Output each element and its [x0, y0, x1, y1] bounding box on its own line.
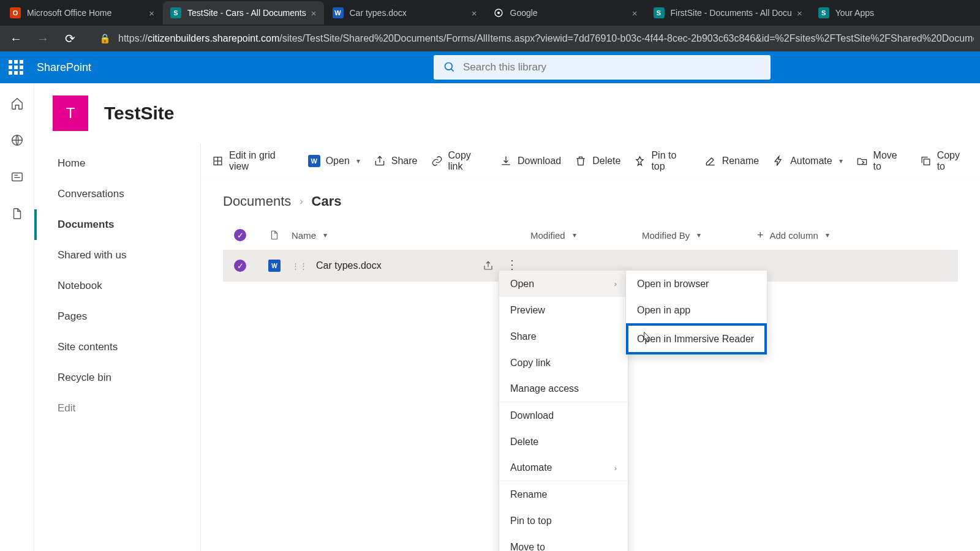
open-submenu: Open in browser Open in app Open in Imme… [625, 270, 767, 355]
search-input[interactable] [463, 61, 761, 73]
close-icon[interactable]: × [149, 8, 154, 18]
nav-pages[interactable]: Pages [34, 301, 200, 332]
rename-button[interactable]: Rename [704, 155, 759, 167]
browser-tab[interactable]: S TestSite - Cars - All Documents × [163, 1, 324, 24]
copy-link-button[interactable]: Copy link [431, 150, 487, 172]
command-bar: Edit in grid view W Open▾ Share Copy lin… [201, 143, 980, 179]
open-button[interactable]: W Open▾ [308, 155, 360, 167]
chevron-right-icon: › [300, 196, 303, 207]
ctx-rename[interactable]: Rename [499, 481, 628, 508]
word-file-icon: W [268, 260, 281, 272]
file-name[interactable]: Car types.docx [316, 260, 382, 271]
news-icon[interactable] [10, 170, 24, 184]
breadcrumb-root[interactable]: Documents [223, 193, 291, 209]
browser-tab[interactable]: W Car types.docx × [325, 1, 484, 24]
column-name[interactable]: Name▾ [292, 230, 530, 241]
ctx-download[interactable]: Download [499, 402, 628, 429]
browser-tab[interactable]: O Microsoft Office Home × [2, 1, 162, 24]
browser-tab[interactable]: S Your Apps [811, 1, 921, 24]
tab-title: FirstSite - Documents - All Docu [671, 8, 792, 18]
chevron-down-icon: ▾ [826, 231, 829, 239]
copy-to-button[interactable]: Copy to [920, 150, 969, 172]
sub-open-immersive-reader[interactable]: Open in Immersive Reader [626, 323, 767, 354]
sharepoint-icon: S [818, 7, 829, 18]
browser-tab[interactable]: S FirstSite - Documents - All Docu × [646, 1, 810, 24]
ctx-copy-link[interactable]: Copy link [499, 350, 628, 376]
svg-rect-5 [12, 173, 22, 181]
nav-conversations[interactable]: Conversations [34, 179, 200, 209]
chevron-down-icon: ▾ [356, 157, 360, 165]
download-button[interactable]: Download [500, 155, 561, 167]
move-icon [856, 155, 868, 167]
close-icon[interactable]: × [311, 8, 317, 18]
ctx-delete[interactable]: Delete [499, 429, 628, 455]
site-title[interactable]: TestSite [104, 103, 174, 124]
ctx-preview[interactable]: Preview [499, 297, 628, 323]
search-box[interactable] [434, 55, 771, 80]
nav-site-contents[interactable]: Site contents [34, 332, 200, 362]
pin-button[interactable]: Pin to top [634, 150, 690, 172]
copy-icon [920, 155, 932, 167]
share-icon[interactable] [483, 260, 494, 271]
column-modified-by[interactable]: Modified By▾ [642, 230, 757, 241]
reload-button[interactable]: ⟳ [60, 31, 80, 46]
close-icon[interactable]: × [797, 8, 802, 18]
share-icon [374, 155, 386, 167]
nav-notebook[interactable]: Notebook [34, 271, 200, 301]
ctx-share[interactable]: Share [499, 323, 628, 350]
select-all-checkbox[interactable]: ✓ [234, 229, 246, 241]
ctx-open[interactable]: Open› [499, 271, 628, 297]
browser-tab[interactable]: Google × [486, 1, 645, 24]
svg-rect-11 [924, 159, 929, 164]
nav-home[interactable]: Home [34, 148, 200, 179]
nav-edit[interactable]: Edit [34, 393, 200, 424]
app-rail [0, 83, 34, 551]
sub-open-app[interactable]: Open in app [626, 297, 767, 323]
pin-icon [634, 155, 646, 167]
app-launcher-icon[interactable] [7, 59, 24, 76]
tab-title: Microsoft Office Home [27, 8, 144, 18]
add-column-button[interactable]: +Add column▾ [757, 229, 829, 242]
url-text[interactable]: https://citizenbuilders.sharepoint.com/s… [118, 33, 974, 44]
globe-icon[interactable] [10, 133, 24, 147]
delete-button[interactable]: Delete [575, 155, 620, 167]
download-icon [500, 155, 512, 167]
ctx-pin[interactable]: Pin to top [499, 508, 628, 534]
sharepoint-icon: S [170, 7, 181, 18]
close-icon[interactable]: × [472, 8, 477, 18]
lock-icon: 🔒 [99, 33, 111, 44]
close-icon[interactable]: × [632, 8, 638, 18]
nav-shared-with-us[interactable]: Shared with us [34, 240, 200, 271]
svg-point-1 [497, 12, 500, 14]
row-checkbox[interactable]: ✓ [234, 260, 246, 272]
quick-launch-nav: Home Conversations Documents Shared with… [34, 143, 201, 551]
column-modified[interactable]: Modified▾ [530, 230, 642, 241]
breadcrumb-current: Cars [312, 193, 342, 209]
rename-icon [704, 155, 717, 167]
files-icon[interactable] [10, 207, 24, 220]
home-icon[interactable] [10, 97, 24, 110]
ctx-automate[interactable]: Automate› [499, 455, 628, 481]
nav-documents[interactable]: Documents [34, 209, 200, 240]
flow-icon [772, 155, 785, 167]
word-icon: W [308, 155, 320, 167]
ctx-manage-access[interactable]: Manage access [499, 376, 628, 402]
tab-title: Car types.docx [350, 8, 467, 18]
ctx-move-to[interactable]: Move to [499, 534, 628, 551]
tab-title: TestSite - Cars - All Documents [187, 8, 306, 18]
context-menu: Open› Preview Share Copy link Manage acc… [499, 270, 628, 551]
share-button[interactable]: Share [374, 155, 418, 167]
trash-icon [575, 155, 587, 167]
site-logo[interactable]: T [53, 96, 88, 131]
chevron-down-icon: ▾ [839, 157, 843, 165]
forward-button[interactable]: → [33, 32, 53, 46]
sub-open-browser[interactable]: Open in browser [626, 271, 767, 297]
edit-grid-button[interactable]: Edit in grid view [212, 150, 295, 172]
sharepoint-suite-bar: SharePoint [0, 51, 980, 83]
back-button[interactable]: ← [6, 32, 26, 46]
automate-button[interactable]: Automate▾ [772, 155, 842, 167]
move-to-button[interactable]: Move to [856, 150, 907, 172]
nav-recycle-bin[interactable]: Recycle bin [34, 362, 200, 393]
sharepoint-brand[interactable]: SharePoint [37, 61, 91, 74]
browser-tab-strip: O Microsoft Office Home × S TestSite - C… [0, 0, 980, 26]
